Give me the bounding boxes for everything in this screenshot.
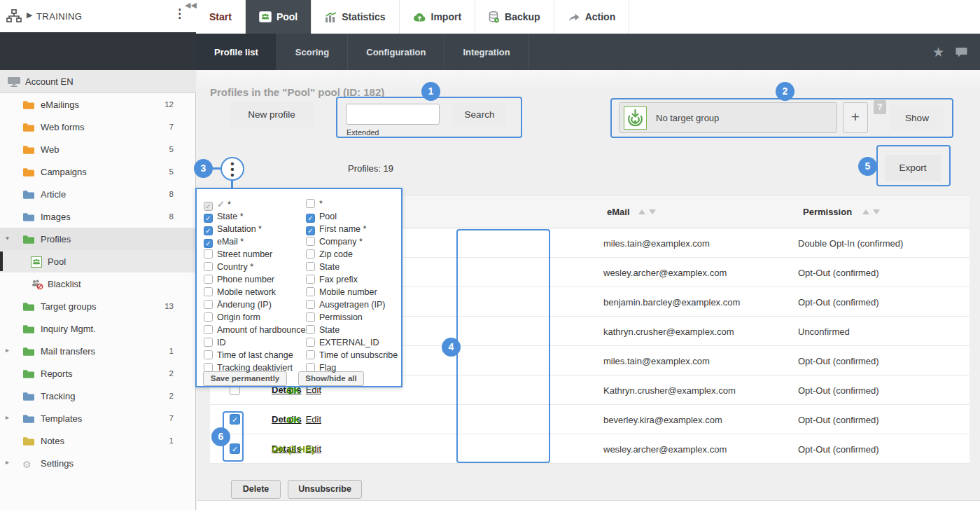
sidebar-item-web[interactable]: Web5	[0, 138, 195, 160]
email-cell: wesley.archer@examplex.com	[603, 444, 727, 455]
sort-asc-icon[interactable]	[638, 209, 645, 214]
export-button[interactable]: Export	[885, 155, 941, 181]
option-checkbox[interactable]	[204, 363, 213, 372]
sidebar-item-tracking[interactable]: Tracking2	[0, 385, 195, 407]
required-star: *	[363, 224, 367, 234]
sidebar-item-web-forms[interactable]: Web forms7	[0, 116, 195, 138]
chevron-right-icon[interactable]: ▸	[6, 346, 9, 354]
new-profile-button[interactable]: New profile	[230, 102, 314, 127]
option-checkbox[interactable]	[204, 275, 213, 284]
option-checkbox[interactable]: ✓	[306, 214, 315, 223]
tab-action[interactable]: Action	[554, 0, 630, 34]
profile-search-input[interactable]	[346, 104, 440, 125]
chevron-right-icon[interactable]: ▶	[27, 11, 32, 20]
option-checkbox[interactable]	[306, 338, 315, 347]
subnav-integration[interactable]: Integration	[444, 34, 528, 70]
sidebar-item-inquiry-mgmt[interactable]: Inquiry Mgmt.	[0, 317, 195, 340]
option-checkbox[interactable]	[204, 300, 213, 309]
sidebar-item-article[interactable]: Article8	[0, 183, 195, 205]
sidebar-item-reports[interactable]: Reports2	[0, 362, 195, 385]
chevron-down-icon[interactable]: ▾	[6, 234, 9, 242]
show-button[interactable]: Show	[890, 105, 944, 131]
column-header-permission[interactable]: Permission	[803, 207, 852, 217]
add-target-group-button[interactable]: +	[843, 102, 868, 133]
option-checkbox[interactable]	[306, 275, 315, 284]
option-checkbox[interactable]	[306, 300, 315, 309]
subnav-scoring[interactable]: Scoring	[277, 34, 348, 70]
sort-desc-icon[interactable]	[873, 209, 880, 214]
delete-button[interactable]: Delete	[231, 480, 281, 499]
workspace-name[interactable]: TRAINING	[36, 11, 82, 22]
kebab-menu-icon[interactable]: ⋮	[174, 8, 186, 20]
column-option-id: ID	[204, 338, 226, 350]
column-option-pool: ✓Pool	[306, 212, 337, 224]
sidebar-item-pool[interactable]: Pool	[0, 250, 195, 273]
subnav-configuration[interactable]: Configuration	[348, 34, 444, 70]
option-checkbox[interactable]: ✓	[204, 202, 213, 211]
sidebar-item-images[interactable]: Images8	[0, 205, 195, 228]
option-checkbox[interactable]	[306, 312, 315, 322]
option-checkbox[interactable]	[306, 325, 315, 334]
help-badge[interactable]: ?	[874, 100, 886, 114]
search-button[interactable]: Search	[452, 102, 507, 127]
option-checkbox[interactable]	[204, 312, 213, 322]
sidebar-item-blacklist[interactable]: Blacklist	[0, 273, 195, 295]
column-options-button[interactable]: •••	[220, 157, 244, 181]
sidebar-item-settings[interactable]: ▸⚙Settings	[0, 452, 195, 474]
option-checkbox[interactable]	[306, 350, 315, 359]
sidebar-item-account[interactable]: Account EN	[0, 70, 196, 93]
profiles-count: Profiles: 19	[348, 163, 393, 174]
sidebar-item-templates[interactable]: ▸Templates7	[0, 407, 195, 429]
subnav-profile-list[interactable]: Profile list	[196, 34, 277, 70]
permission-sort-controls	[862, 209, 880, 214]
option-checkbox[interactable]	[306, 363, 315, 372]
required-star: *	[240, 237, 244, 247]
chevron-right-icon[interactable]: ▸	[6, 413, 9, 421]
sidebar-item-emailings[interactable]: eMailings12	[0, 93, 195, 116]
sort-asc-icon[interactable]	[862, 209, 869, 214]
sidebar-item-mail-transfers[interactable]: ▸Mail transfers1	[0, 340, 195, 362]
option-checkbox[interactable]	[204, 262, 213, 271]
folder-icon	[22, 346, 35, 357]
sidebar-item-target-groups[interactable]: Target groups13	[0, 295, 195, 317]
column-header-email[interactable]: eMail	[607, 207, 630, 217]
option-checkbox[interactable]	[306, 262, 315, 271]
tab-pool[interactable]: Pool	[246, 0, 312, 34]
tab-start[interactable]: Start	[196, 0, 246, 34]
sidebar-item-notes[interactable]: Notes1	[0, 429, 195, 452]
option-checkbox[interactable]	[306, 249, 315, 259]
permission-cell: Opt-Out (confirmed)	[798, 268, 879, 278]
tab-import[interactable]: Import	[400, 0, 476, 34]
option-checkbox[interactable]	[306, 287, 315, 296]
sidebar-item-campaigns[interactable]: Campaigns5	[0, 160, 195, 183]
option-checkbox[interactable]	[204, 249, 213, 259]
favorite-star-icon[interactable]: ★	[932, 44, 944, 60]
option-checkbox[interactable]	[204, 350, 213, 359]
contacts-icon	[31, 256, 43, 268]
collapse-sidebar-icon[interactable]: ◀◀	[185, 1, 197, 10]
option-checkbox[interactable]	[204, 287, 213, 296]
option-checkbox[interactable]: ✓	[204, 239, 213, 248]
check-glyph-icon: ✓	[217, 199, 225, 209]
option-checkbox[interactable]: ✓	[204, 226, 213, 235]
option-checkbox[interactable]	[204, 325, 213, 334]
sidebar-item-profiles[interactable]: ▾Profiles	[0, 228, 195, 250]
tab-statistics[interactable]: Statistics	[312, 0, 399, 34]
tab-backup[interactable]: Backup	[475, 0, 554, 34]
feedback-bubble-icon[interactable]	[955, 47, 967, 57]
folder-icon	[22, 212, 35, 223]
extended-search-link[interactable]: Extended	[346, 128, 379, 137]
sort-desc-icon[interactable]	[649, 209, 656, 214]
option-checkbox[interactable]: ✓	[306, 226, 315, 235]
option-checkbox[interactable]: ✓	[204, 214, 213, 223]
row-checkbox[interactable]: ✓	[230, 414, 240, 425]
option-checkbox[interactable]	[306, 237, 315, 246]
row-checkbox[interactable]: ✓	[230, 443, 240, 454]
target-group-selector[interactable]: No target group	[619, 102, 837, 133]
item-count: 8	[155, 212, 174, 221]
unsubscribe-button[interactable]: Unsubscribe	[288, 480, 362, 499]
option-checkbox[interactable]	[204, 338, 213, 347]
chevron-right-icon[interactable]: ▸	[6, 458, 9, 466]
email-sort-controls	[638, 209, 656, 214]
option-checkbox[interactable]	[306, 199, 315, 208]
